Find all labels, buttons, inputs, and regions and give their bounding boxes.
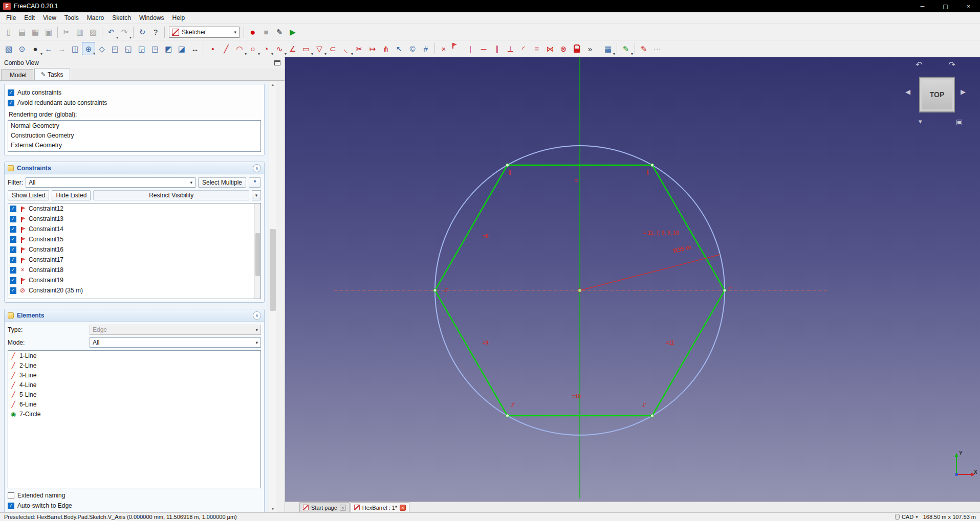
close-button[interactable]: × (957, 0, 980, 12)
constraints-scrollbar[interactable] (254, 203, 260, 299)
measure-icon[interactable]: ↔ (188, 42, 202, 55)
maximize-button[interactable]: ▢ (934, 0, 957, 12)
constraint-checkbox[interactable] (10, 277, 16, 284)
constraint-marker[interactable]: r (444, 286, 447, 293)
viewport-3d[interactable]: ∥=∥=8= 11, 7, 9, 9, 10=9=10=11rrrr R35 m… (285, 57, 980, 502)
constraint-checkbox[interactable] (10, 216, 16, 222)
constraint-marker[interactable]: ∥ (509, 169, 511, 175)
constraint-checkbox[interactable] (10, 246, 16, 253)
create-slot-icon[interactable]: ⊂ (326, 42, 339, 55)
scrollbar-thumb[interactable] (255, 233, 260, 276)
separator[interactable] (633, 42, 637, 55)
workbench-selector[interactable]: Sketcher ▾ (169, 27, 239, 38)
constraint-marker[interactable]: =11 (666, 340, 674, 346)
construction-mode-icon[interactable]: # (419, 42, 432, 55)
create-circle-icon[interactable]: ○ (246, 42, 259, 55)
create-arc-icon[interactable]: ◠ (233, 42, 246, 55)
toolbar-overflow-icon[interactable]: » (583, 42, 597, 55)
rendering-order-item[interactable]: Construction Geometry (8, 130, 260, 140)
scroll-down-icon[interactable]: ▼ (269, 505, 276, 512)
show-listed-button[interactable]: Show Listed (8, 190, 49, 200)
view-top-icon[interactable]: ◱ (122, 42, 135, 55)
constraint-marker[interactable]: =9 (483, 340, 488, 346)
constrain-coincident-icon[interactable]: × (437, 42, 450, 55)
element-row[interactable]: ◉ 7-Circle (8, 409, 260, 419)
constraint-row[interactable]: Constraint14 (8, 224, 254, 234)
mode-dropdown[interactable]: All ▾ (90, 337, 261, 348)
tab-tasks[interactable]: ✎ Tasks (34, 68, 70, 80)
whats-this-icon[interactable]: ? (149, 26, 162, 39)
view-axonometric-icon[interactable]: ◇ (95, 42, 108, 55)
vertex-point[interactable] (506, 414, 509, 417)
view-right-icon[interactable]: ◲ (135, 42, 148, 55)
constraint-settings-button[interactable]: * (249, 177, 261, 188)
vertex-point[interactable] (433, 289, 437, 292)
constraint-checkbox[interactable] (10, 287, 16, 294)
element-row[interactable]: ╱ 6-Line (8, 399, 260, 409)
macro-edit-icon[interactable]: ✎ (273, 26, 286, 39)
nav-cube-right-arrow-icon[interactable]: ▶ (961, 88, 966, 96)
rotate-left-icon[interactable]: ↶ (916, 60, 922, 70)
separator[interactable] (131, 26, 136, 38)
create-conic-icon[interactable]: ◔ (259, 42, 273, 55)
menu-item[interactable]: View (39, 13, 60, 22)
macro-play-icon[interactable]: ▶ (286, 26, 299, 39)
constraint-marker[interactable]: = 11, 7, 9, 9, 10 (643, 230, 679, 236)
constrain-vertical-icon[interactable]: | (464, 42, 477, 55)
box-select-icon[interactable]: ▧ (2, 42, 15, 55)
extended-naming-checkbox[interactable] (8, 492, 14, 499)
constraint-checkbox[interactable] (10, 206, 16, 212)
draw-style-icon[interactable]: ● (29, 42, 42, 55)
constraint-marker[interactable]: r (642, 401, 645, 409)
constrain-horizontal-icon[interactable]: ─ (477, 42, 490, 55)
cut-icon[interactable]: ✂ (60, 26, 73, 39)
copy-icon[interactable]: ▥ (73, 26, 86, 39)
extend-edge-icon[interactable]: ↦ (366, 42, 379, 55)
vertex-point[interactable] (650, 414, 654, 417)
vertex-point[interactable] (723, 289, 726, 292)
macro-stop-icon[interactable]: ■ (259, 26, 273, 39)
nav-forward-icon[interactable]: → (55, 42, 69, 55)
settings-checkbox-row[interactable]: Avoid redundant auto constraints (8, 98, 261, 108)
constraint-row[interactable]: Constraint16 (8, 244, 254, 255)
tab-model[interactable]: Model (1, 69, 33, 80)
settings-checkbox-row[interactable]: Auto constraints (8, 87, 261, 98)
constraint-checkbox[interactable] (10, 257, 16, 263)
minimize-button[interactable]: ─ (911, 0, 934, 12)
carbon-copy-icon[interactable]: © (406, 42, 419, 55)
element-row[interactable]: ╱ 4-Line (8, 380, 260, 390)
tab-hexbarrel[interactable]: HexBarrel : 1* × (351, 502, 409, 512)
constraint-marker[interactable]: ∥ (646, 169, 649, 175)
separator[interactable] (615, 42, 619, 55)
menu-item[interactable]: Windows (135, 13, 168, 22)
separator[interactable] (100, 26, 104, 38)
create-rectangle-icon[interactable]: ▭ (299, 42, 313, 55)
menu-item[interactable]: Help (168, 13, 189, 22)
constraint-marker[interactable]: r (728, 284, 731, 292)
scroll-up-icon[interactable]: ▲ (269, 81, 276, 88)
rotate-right-icon[interactable]: ↷ (949, 60, 955, 70)
view-front-icon[interactable]: ◰ (108, 42, 122, 55)
constrain-parallel-icon[interactable]: ∥ (490, 42, 504, 55)
save-icon[interactable]: ▦ (29, 26, 42, 39)
rendering-order-item[interactable]: Normal Geometry (8, 121, 260, 130)
select-constraints-icon[interactable]: ▦ (601, 42, 615, 55)
constraint-row[interactable]: Constraint17 (8, 255, 254, 265)
constrain-equal-icon[interactable]: = (530, 42, 543, 55)
more-tools-icon[interactable]: ⋯ (650, 42, 664, 55)
menu-item[interactable]: File (2, 13, 20, 22)
restrict-visibility-dropdown[interactable]: ▾ (252, 190, 261, 200)
rendering-order-item[interactable]: External Geometry (8, 140, 260, 150)
select-multiple-button[interactable]: Select Multiple (198, 177, 246, 188)
constraint-row[interactable]: Constraint15 (8, 234, 254, 244)
constraint-row[interactable]: Constraint19 (8, 275, 254, 285)
auto-switch-checkbox[interactable] (8, 503, 14, 509)
create-line-icon[interactable]: ╱ (220, 42, 233, 55)
constraint-marker[interactable]: r (511, 401, 514, 409)
refresh-icon[interactable]: ↻ (136, 26, 149, 39)
auto-switch-row[interactable]: Auto-switch to Edge (8, 501, 261, 511)
constraint-marker[interactable]: = (575, 178, 578, 184)
external-geometry-icon[interactable]: ↖ (393, 42, 406, 55)
element-row[interactable]: ╱ 1-Line (8, 351, 260, 360)
element-row[interactable]: ╱ 3-Line (8, 370, 260, 380)
